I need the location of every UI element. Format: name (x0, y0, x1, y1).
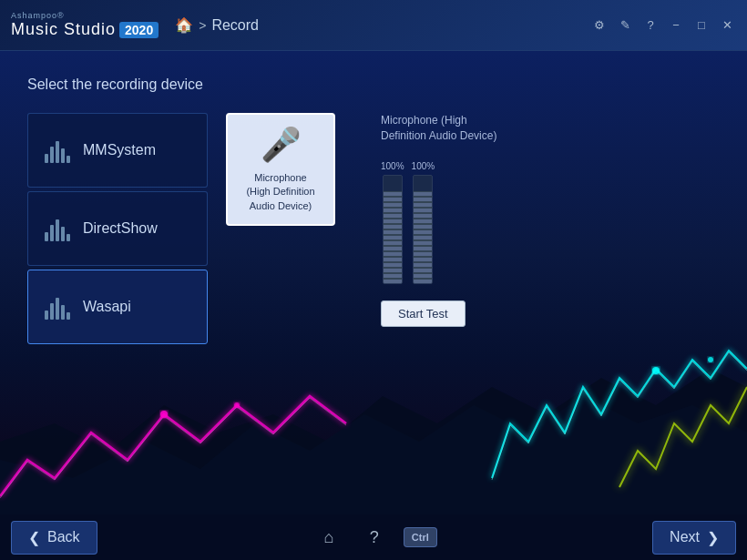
help-button[interactable]: ? (641, 16, 660, 35)
content-area: Select the recording device MMSystem (0, 51, 747, 514)
app-year-badge: 2020 (119, 22, 159, 38)
level-device-name: Microphone (HighDefinition Audio Device) (381, 113, 496, 144)
meter-right-col: 100% (412, 161, 435, 284)
app-name-text: Music Studio (11, 20, 116, 39)
breadcrumb-page: Record (211, 17, 259, 34)
back-label: Back (47, 529, 80, 545)
back-arrow-icon: ❮ (28, 529, 40, 546)
breadcrumb-separator: > (199, 18, 206, 33)
close-button[interactable]: ✕ (718, 16, 736, 35)
brand-text: Ashampoo® (11, 11, 159, 20)
breadcrumb: 🏠 > Record (175, 16, 590, 34)
edit-button[interactable]: ✎ (616, 16, 634, 35)
wasapi-label: Wasapi (83, 299, 131, 315)
meter-left-track (383, 175, 403, 284)
level-panel: Microphone (HighDefinition Audio Device)… (381, 113, 720, 327)
home-breadcrumb-icon[interactable]: 🏠 (175, 16, 193, 34)
audio-bars-icon (45, 216, 70, 241)
next-arrow-icon: ❯ (707, 529, 719, 546)
audio-bars-icon (45, 294, 70, 320)
footer-ctrl-badge: Ctrl (404, 527, 437, 547)
meters-row: 100% 100% (381, 157, 435, 284)
meter-right-label: 100% (412, 161, 435, 171)
footer-center: ⌂ ? Ctrl (312, 521, 437, 554)
directshow-label: DirectShow (83, 220, 158, 237)
meter-right-track (413, 175, 433, 284)
next-button[interactable]: Next ❯ (652, 521, 736, 555)
device-directshow[interactable]: DirectShow (27, 191, 208, 266)
device-mmsystem[interactable]: MMSystem (27, 113, 208, 188)
meter-right-fill (414, 191, 432, 282)
microphone-icon: 🎤 (261, 126, 302, 164)
section-title: Select the recording device (27, 76, 720, 93)
audio-bars-icon (45, 137, 70, 163)
selected-device-label: Microphone(High DefinitionAudio Device) (246, 171, 314, 213)
device-list: MMSystem DirectShow (27, 113, 208, 344)
start-test-button[interactable]: Start Test (381, 300, 466, 327)
settings-button[interactable]: ⚙ (590, 16, 609, 35)
meter-left-label: 100% (381, 161, 404, 171)
titlebar-controls: ⚙ ✎ ? − □ ✕ (590, 16, 736, 35)
meter-left-col: 100% (381, 161, 404, 284)
meter-left-fill (384, 191, 402, 282)
footer-help-button[interactable]: ? (358, 521, 391, 554)
selected-device-card[interactable]: 🎤 Microphone(High DefinitionAudio Device… (226, 113, 335, 226)
maximize-button[interactable]: □ (692, 16, 711, 35)
title-bar: Ashampoo® Music Studio 2020 🏠 > Record ⚙… (0, 0, 747, 51)
minimize-button[interactable]: − (667, 16, 685, 35)
next-label: Next (670, 529, 700, 545)
app-logo: Ashampoo® Music Studio 2020 (11, 11, 159, 39)
main-content: Select the recording device MMSystem (0, 51, 747, 560)
device-wasapi[interactable]: Wasapi (27, 270, 208, 344)
back-button[interactable]: ❮ Back (11, 521, 97, 555)
devices-layout: MMSystem DirectShow (27, 113, 720, 344)
mmsystem-label: MMSystem (83, 142, 156, 158)
footer-home-button[interactable]: ⌂ (312, 521, 345, 554)
footer: ❮ Back ⌂ ? Ctrl Next ❯ (0, 514, 747, 560)
